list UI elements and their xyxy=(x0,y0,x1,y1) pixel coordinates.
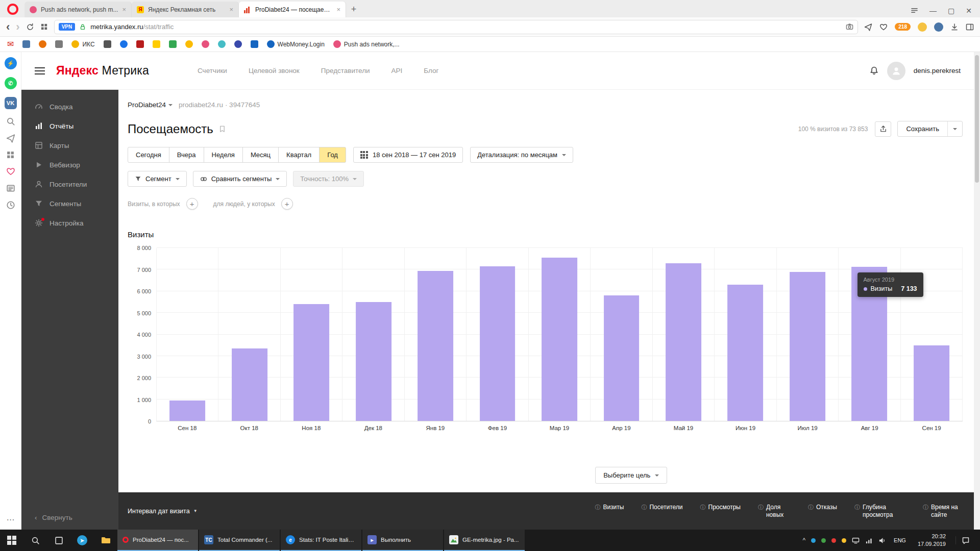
news-icon[interactable] xyxy=(6,184,15,193)
sidebar-item-reports[interactable]: Отчёты xyxy=(21,116,118,136)
extension-icon[interactable] xyxy=(918,22,927,32)
new-tab-button[interactable]: + xyxy=(346,2,361,17)
save-dropdown[interactable] xyxy=(947,121,962,136)
minimize-button[interactable]: — xyxy=(929,7,937,14)
period-today[interactable]: Сегодня xyxy=(128,147,169,163)
info-icon[interactable]: ⓘ xyxy=(758,504,764,510)
vk-icon[interactable]: VK xyxy=(5,97,17,109)
goal-selector-button[interactable]: Выберите цель xyxy=(595,467,667,484)
bookmark-item[interactable]: Push ads network,... xyxy=(333,40,400,48)
period-week[interactable]: Неделя xyxy=(204,147,243,163)
workspaces-icon[interactable] xyxy=(6,151,15,159)
period-year[interactable]: Год xyxy=(319,147,346,163)
browser-tab[interactable]: Я Яндекс Рекламная сеть × xyxy=(132,2,239,17)
speed-dial-icon[interactable] xyxy=(40,23,48,31)
bookmark-favicon[interactable] xyxy=(120,40,128,48)
visits-bar[interactable] xyxy=(542,258,577,421)
tab-close-icon[interactable]: × xyxy=(336,6,340,13)
scrollbar-thumb[interactable] xyxy=(975,55,979,183)
bookmark-favicon[interactable] xyxy=(136,40,144,48)
sidebar-collapse-button[interactable]: ‹ Свернуть xyxy=(21,506,118,530)
visits-bar[interactable] xyxy=(728,285,764,421)
info-icon[interactable]: ⓘ xyxy=(923,504,928,510)
column-time-on-site[interactable]: ⓘВремя на сайте xyxy=(923,504,963,518)
tray-icon[interactable] xyxy=(811,538,816,543)
history-icon[interactable] xyxy=(6,201,15,210)
page-scrollbar[interactable] xyxy=(974,52,980,530)
language-indicator[interactable]: ENG xyxy=(892,537,908,543)
metrika-logo[interactable]: Яндекс Метрика xyxy=(56,64,149,78)
search-icon[interactable] xyxy=(6,117,15,126)
bookmarks-heart-icon[interactable] xyxy=(6,167,15,176)
url-field[interactable]: VPN metrika.yandex.ru/stat/traffic xyxy=(54,20,859,34)
counter-selector[interactable]: ProDiabet24 xyxy=(128,101,173,109)
visits-bar[interactable] xyxy=(169,400,205,421)
bookmark-favicon[interactable] xyxy=(153,40,160,48)
interval-column-header[interactable]: Интервал дат визита▼ xyxy=(128,508,198,515)
file-explorer-icon[interactable] xyxy=(94,530,117,551)
my-flow-icon[interactable] xyxy=(6,134,15,143)
tab-close-icon[interactable]: × xyxy=(229,6,233,13)
bookmark-item[interactable]: WebMoney.Login xyxy=(267,40,325,48)
action-center-icon[interactable] xyxy=(955,536,975,544)
info-icon[interactable]: ⓘ xyxy=(700,504,706,510)
column-depth[interactable]: ⓘГлубина просмотра xyxy=(854,504,905,518)
vpn-badge[interactable]: VPN xyxy=(59,23,76,31)
bookmark-favicon[interactable] xyxy=(22,40,30,48)
nav-api[interactable]: API xyxy=(391,67,403,74)
info-icon[interactable]: ⓘ xyxy=(808,504,814,510)
taskbar-window-total-commander[interactable]: TC Total Commander (... xyxy=(199,530,280,551)
tray-expand-icon[interactable]: ^ xyxy=(802,537,805,544)
bookmark-favicon[interactable] xyxy=(251,40,258,48)
add-visit-filter-button[interactable]: + xyxy=(186,198,198,210)
download-icon[interactable] xyxy=(950,23,959,31)
close-button[interactable]: ✕ xyxy=(966,7,972,14)
bookmark-favicon[interactable] xyxy=(55,40,63,48)
visits-bar[interactable] xyxy=(604,295,640,421)
tab-close-icon[interactable]: × xyxy=(122,6,126,13)
period-yesterday[interactable]: Вчера xyxy=(169,147,204,163)
taskbar-window-stats[interactable]: e Stats: IT Poste Italia... xyxy=(281,530,361,551)
display-icon[interactable] xyxy=(852,537,860,544)
sidebar-item-segments[interactable]: Сегменты xyxy=(21,194,118,213)
sidebar-item-maps[interactable]: Карты xyxy=(21,136,118,155)
sidebar-item-settings[interactable]: Настройка xyxy=(21,213,118,233)
messenger-icon[interactable]: ⚡ xyxy=(5,57,17,69)
info-icon[interactable]: ⓘ xyxy=(595,504,600,510)
tray-icon[interactable] xyxy=(842,538,846,543)
snapshot-icon[interactable] xyxy=(846,23,853,31)
bookmark-heart-icon[interactable] xyxy=(879,23,888,31)
column-pageviews[interactable]: ⓘПросмотры xyxy=(700,504,741,511)
info-icon[interactable]: ⓘ xyxy=(641,504,647,510)
bookmark-favicon[interactable] xyxy=(202,40,209,48)
telegram-icon[interactable]: ➤ xyxy=(70,530,94,551)
whatsapp-icon[interactable]: ✆ xyxy=(5,77,17,89)
taskbar-window-opera[interactable]: ProDiabet24 — пос... xyxy=(117,530,198,551)
sidebar-item-visitors[interactable]: Посетители xyxy=(21,174,118,194)
tab-tiling-icon[interactable] xyxy=(911,7,918,14)
visits-bar[interactable] xyxy=(480,266,516,421)
nav-blog[interactable]: Блог xyxy=(424,67,438,74)
extension-icon[interactable] xyxy=(934,22,943,32)
volume-icon[interactable] xyxy=(878,537,886,544)
nav-counters[interactable]: Счетчики xyxy=(198,67,227,74)
tray-icon[interactable] xyxy=(831,538,836,543)
bookmark-favicon[interactable] xyxy=(104,40,111,48)
avatar[interactable] xyxy=(887,62,905,80)
period-quarter[interactable]: Квартал xyxy=(278,147,320,163)
info-icon[interactable]: ⓘ xyxy=(854,504,860,510)
visits-bar[interactable] xyxy=(356,302,391,421)
column-visitors[interactable]: ⓘПосетители xyxy=(641,504,682,511)
detail-dropdown[interactable]: Детализация: по месяцам xyxy=(470,147,573,163)
taskbar-window-image-viewer[interactable]: GE-metrika.jpg - Pa... xyxy=(444,530,525,551)
visits-bar[interactable] xyxy=(418,271,453,421)
bookmark-favicon[interactable] xyxy=(234,40,242,48)
date-range-button[interactable]: 18 сен 2018 — 17 сен 2019 xyxy=(353,147,463,163)
visits-bar[interactable] xyxy=(666,263,701,421)
browser-tab[interactable]: Push ads network, push m... × xyxy=(24,2,132,17)
start-button[interactable] xyxy=(0,530,23,551)
add-people-filter-button[interactable]: + xyxy=(281,198,293,210)
bookmark-item[interactable]: ИКС xyxy=(71,40,94,48)
export-button[interactable] xyxy=(875,121,891,137)
username[interactable]: denis.perekrest xyxy=(914,67,961,74)
